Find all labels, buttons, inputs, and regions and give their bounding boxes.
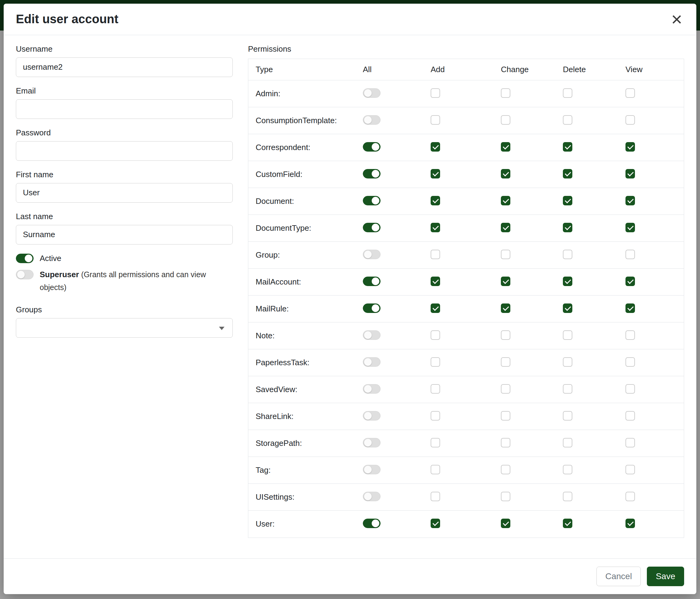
permission-all-toggle[interactable]	[363, 250, 380, 259]
permission-view-checkbox[interactable]	[625, 411, 635, 421]
permission-view-checkbox[interactable]	[625, 88, 635, 98]
permission-change-checkbox[interactable]	[501, 384, 510, 393]
permission-all-toggle[interactable]	[363, 411, 380, 421]
save-button[interactable]: Save	[647, 567, 684, 586]
permission-change-checkbox[interactable]	[501, 304, 510, 313]
permission-view-checkbox[interactable]	[625, 250, 635, 259]
permission-view-checkbox[interactable]	[625, 438, 635, 448]
permission-change-checkbox[interactable]	[501, 277, 510, 286]
column-header-type: Type	[248, 65, 363, 74]
superuser-toggle[interactable]	[16, 270, 33, 279]
permission-all-toggle[interactable]	[363, 519, 380, 528]
permission-all-toggle[interactable]	[363, 384, 380, 393]
permission-add-checkbox[interactable]	[431, 519, 440, 528]
permission-view-checkbox[interactable]	[625, 169, 635, 178]
permission-view-checkbox[interactable]	[625, 223, 635, 232]
permission-change-checkbox[interactable]	[501, 142, 510, 151]
permission-view-checkbox[interactable]	[625, 277, 635, 286]
permission-all-toggle[interactable]	[363, 277, 380, 286]
last-name-label: Last name	[16, 212, 233, 221]
permission-add-checkbox[interactable]	[431, 169, 440, 178]
username-input[interactable]	[16, 57, 233, 77]
permission-add-checkbox[interactable]	[431, 438, 440, 448]
permission-delete-checkbox[interactable]	[563, 277, 572, 286]
permission-delete-checkbox[interactable]	[563, 115, 572, 125]
permission-change-checkbox[interactable]	[501, 519, 510, 528]
password-field[interactable]	[16, 141, 233, 161]
column-header-all: All	[363, 65, 431, 74]
permission-view-checkbox[interactable]	[625, 492, 635, 501]
permission-delete-checkbox[interactable]	[563, 465, 572, 474]
permission-delete-checkbox[interactable]	[563, 357, 572, 367]
permission-delete-checkbox[interactable]	[563, 169, 572, 178]
permission-view-checkbox[interactable]	[625, 196, 635, 206]
permission-add-checkbox[interactable]	[431, 384, 440, 393]
permission-change-checkbox[interactable]	[501, 115, 510, 125]
permission-view-checkbox[interactable]	[625, 357, 635, 367]
permission-all-toggle[interactable]	[363, 492, 380, 501]
permission-add-checkbox[interactable]	[431, 330, 440, 340]
permission-add-checkbox[interactable]	[431, 465, 440, 474]
permission-add-checkbox[interactable]	[431, 223, 440, 232]
permission-add-checkbox[interactable]	[431, 304, 440, 313]
active-toggle[interactable]	[16, 254, 33, 263]
permission-all-toggle[interactable]	[363, 465, 380, 474]
permission-view-checkbox[interactable]	[625, 465, 635, 474]
permission-add-checkbox[interactable]	[431, 142, 440, 151]
permission-change-checkbox[interactable]	[501, 438, 510, 448]
permission-change-checkbox[interactable]	[501, 492, 510, 501]
permission-delete-checkbox[interactable]	[563, 142, 572, 151]
permission-delete-checkbox[interactable]	[563, 196, 572, 206]
permission-delete-checkbox[interactable]	[563, 223, 572, 232]
permission-type-label: Correspondent:	[248, 143, 363, 152]
cancel-button[interactable]: Cancel	[597, 567, 641, 586]
last-name-field[interactable]	[16, 225, 233, 244]
groups-select[interactable]	[16, 318, 233, 338]
permission-delete-checkbox[interactable]	[563, 492, 572, 501]
permission-view-checkbox[interactable]	[625, 384, 635, 393]
permission-delete-checkbox[interactable]	[563, 250, 572, 259]
permission-view-checkbox[interactable]	[625, 142, 635, 151]
permission-change-checkbox[interactable]	[501, 196, 510, 206]
permission-add-checkbox[interactable]	[431, 115, 440, 125]
permission-delete-checkbox[interactable]	[563, 411, 572, 421]
first-name-field[interactable]	[16, 183, 233, 202]
permission-change-checkbox[interactable]	[501, 88, 510, 98]
permission-add-checkbox[interactable]	[431, 250, 440, 259]
permission-change-checkbox[interactable]	[501, 223, 510, 232]
permission-view-checkbox[interactable]	[625, 330, 635, 340]
permission-all-toggle[interactable]	[363, 88, 380, 98]
permission-add-checkbox[interactable]	[431, 88, 440, 98]
permission-delete-checkbox[interactable]	[563, 438, 572, 448]
permission-all-toggle[interactable]	[363, 142, 380, 151]
permission-delete-checkbox[interactable]	[563, 88, 572, 98]
permission-all-toggle[interactable]	[363, 169, 380, 178]
permission-all-toggle[interactable]	[363, 196, 380, 206]
permission-delete-checkbox[interactable]	[563, 330, 572, 340]
permission-delete-checkbox[interactable]	[563, 304, 572, 313]
permission-add-checkbox[interactable]	[431, 196, 440, 206]
permission-view-checkbox[interactable]	[625, 519, 635, 528]
permission-all-toggle[interactable]	[363, 357, 380, 367]
permission-change-checkbox[interactable]	[501, 411, 510, 421]
permission-view-checkbox[interactable]	[625, 115, 635, 125]
permission-delete-checkbox[interactable]	[563, 384, 572, 393]
permission-add-checkbox[interactable]	[431, 357, 440, 367]
permission-change-checkbox[interactable]	[501, 330, 510, 340]
permission-view-checkbox[interactable]	[625, 304, 635, 313]
permission-add-checkbox[interactable]	[431, 492, 440, 501]
permission-delete-checkbox[interactable]	[563, 519, 572, 528]
permission-all-toggle[interactable]	[363, 438, 380, 448]
permission-all-toggle[interactable]	[363, 330, 380, 340]
permission-all-toggle[interactable]	[363, 304, 380, 313]
email-field[interactable]	[16, 99, 233, 119]
permission-change-checkbox[interactable]	[501, 250, 510, 259]
permission-change-checkbox[interactable]	[501, 357, 510, 367]
permission-all-toggle[interactable]	[363, 223, 380, 232]
permission-add-checkbox[interactable]	[431, 411, 440, 421]
permission-add-checkbox[interactable]	[431, 277, 440, 286]
permission-change-checkbox[interactable]	[501, 465, 510, 474]
permission-change-checkbox[interactable]	[501, 169, 510, 178]
permission-all-toggle[interactable]	[363, 115, 380, 125]
close-icon[interactable]: ×	[670, 11, 684, 27]
